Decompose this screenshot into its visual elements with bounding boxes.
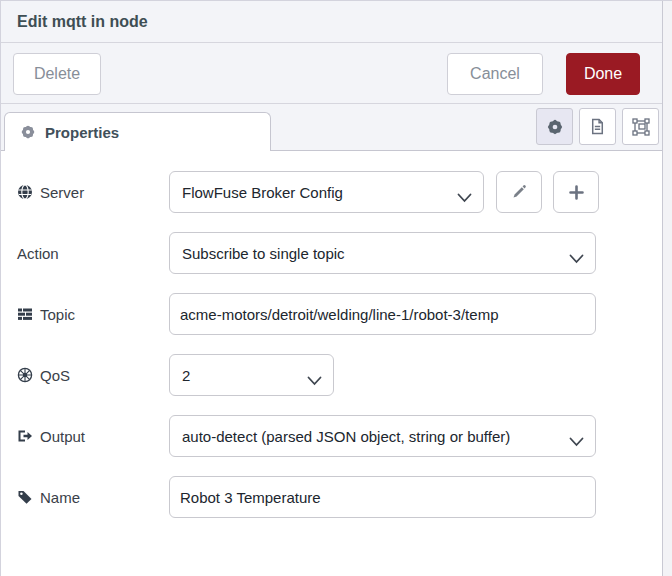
chevron-down-icon (569, 433, 584, 450)
name-row: Name (17, 476, 672, 518)
gear-icon (546, 118, 564, 136)
toolbar-properties-button[interactable] (536, 108, 573, 145)
delete-button[interactable]: Delete (13, 53, 101, 95)
add-server-button[interactable] (553, 171, 599, 213)
topic-row: Topic (17, 293, 672, 335)
chevron-down-icon (307, 372, 322, 389)
pencil-icon (511, 184, 527, 200)
editor-tab-bar: Properties (1, 104, 672, 151)
sign-out-icon (17, 428, 33, 444)
empire-icon (17, 367, 33, 383)
edit-node-dialog: Edit mqtt in node Delete Cancel Done Pro… (0, 0, 672, 576)
qos-label: QoS (17, 367, 169, 384)
toolbar-appearance-button[interactable] (622, 108, 659, 145)
cancel-button[interactable]: Cancel (447, 53, 543, 95)
dialog-header: Edit mqtt in node (1, 1, 672, 43)
action-row: Action Subscribe to single topic (17, 232, 672, 274)
toolbar-description-button[interactable] (579, 108, 616, 145)
chevron-down-icon (457, 189, 472, 206)
gear-icon (20, 124, 36, 140)
dialog-action-bar: Delete Cancel Done (1, 43, 672, 104)
scrollbar[interactable] (662, 1, 672, 576)
name-label: Name (17, 489, 169, 506)
qos-row: QoS 2 (17, 354, 672, 396)
tab-properties-label: Properties (45, 124, 119, 141)
output-select[interactable]: auto-detect (parsed JSON object, string … (169, 415, 596, 457)
selection-box-icon (632, 118, 650, 136)
tag-icon (17, 489, 33, 505)
name-input[interactable] (169, 476, 596, 518)
output-row: Output auto-detect (parsed JSON object, … (17, 415, 672, 457)
edit-server-button[interactable] (496, 171, 542, 213)
topic-input[interactable] (169, 293, 596, 335)
qos-select[interactable]: 2 (169, 354, 334, 396)
done-button[interactable]: Done (566, 53, 640, 95)
server-label: Server (17, 184, 169, 201)
dialog-title: Edit mqtt in node (17, 13, 148, 31)
output-label: Output (17, 428, 169, 445)
topic-label: Topic (17, 306, 169, 323)
tasks-icon (17, 306, 33, 322)
tab-properties[interactable]: Properties (4, 112, 271, 151)
chevron-down-icon (569, 250, 584, 267)
server-select[interactable]: FlowFuse Broker Config (169, 171, 484, 213)
globe-icon (17, 184, 33, 200)
action-label: Action (17, 245, 169, 262)
document-icon (589, 118, 606, 135)
properties-form: Server FlowFuse Broker Config (1, 151, 672, 518)
server-row: Server FlowFuse Broker Config (17, 171, 672, 213)
plus-icon (569, 185, 584, 200)
action-select[interactable]: Subscribe to single topic (169, 232, 596, 274)
